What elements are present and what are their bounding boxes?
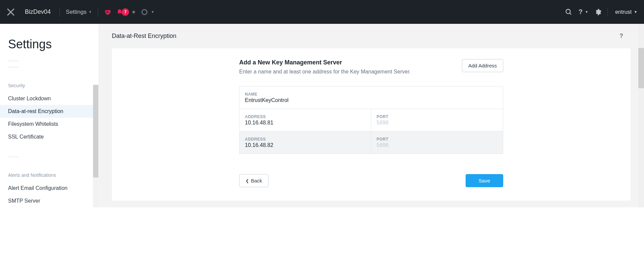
divider: [8, 67, 19, 67]
chevron-down-icon: ▼: [585, 10, 588, 14]
page-title: Data-at-Rest Encryption: [112, 33, 619, 40]
top-header: BizDev04 Settings ▼ 7 ▼ ?▼ entrust ▼: [0, 0, 644, 24]
divider: [607, 7, 608, 17]
add-address-button[interactable]: Add Address: [462, 59, 503, 72]
address-1-field[interactable]: [245, 120, 366, 126]
sidebar-title: Settings: [0, 37, 98, 59]
sidebar-item-smtp-server[interactable]: SMTP Server: [0, 195, 98, 207]
kms-card: Add a New Key Management Server Enter a …: [112, 48, 631, 201]
kms-form: NAME ADDRESS PORT: [239, 86, 503, 154]
section-dropdown-label: Settings: [66, 9, 86, 15]
divider: [8, 61, 19, 61]
main-scrollbar-track[interactable]: [638, 24, 644, 207]
activity-ring-icon[interactable]: ▼: [140, 9, 154, 15]
notif-badge: 7: [122, 8, 129, 16]
svg-point-0: [566, 9, 570, 13]
port-1-field[interactable]: [377, 120, 498, 126]
address-label: ADDRESS: [245, 114, 366, 119]
main-content: Data-at-Rest Encryption ? Add a New Key …: [98, 24, 644, 207]
svg-line-1: [570, 13, 571, 14]
status-dot-icon: [132, 11, 135, 13]
search-icon[interactable]: [565, 8, 572, 16]
chevron-down-icon: ▼: [151, 10, 154, 14]
sidebar-item-ssl-certificate[interactable]: SSL Certificate: [0, 130, 98, 143]
save-button[interactable]: Save: [466, 174, 503, 187]
org-name[interactable]: BizDev04: [25, 8, 51, 15]
name-field[interactable]: [245, 97, 498, 103]
sidebar-item-alert-email-config[interactable]: Alert Email Configuration: [0, 182, 98, 195]
chevron-left-icon: ❮: [246, 178, 249, 183]
divider: [59, 7, 60, 17]
help-icon[interactable]: ?▼: [578, 8, 588, 16]
notifications-button[interactable]: 7: [116, 8, 135, 16]
user-menu[interactable]: entrust ▼: [615, 9, 637, 15]
user-name: entrust: [615, 9, 632, 15]
port-label: PORT: [377, 137, 498, 142]
divider: [98, 7, 98, 17]
back-label: Back: [251, 178, 262, 184]
chevron-down-icon: ▼: [634, 10, 637, 14]
sidebar-scrollbar-thumb[interactable]: [93, 85, 98, 177]
sidebar-group-alerts: Alerts and Notifications: [0, 172, 98, 182]
sidebar-item-cluster-lockdown[interactable]: Cluster Lockdown: [0, 92, 98, 105]
address-2-field[interactable]: [245, 142, 366, 148]
address-label: ADDRESS: [245, 137, 366, 142]
card-title: Add a New Key Management Server: [239, 59, 462, 66]
back-button[interactable]: ❮ Back: [239, 174, 268, 187]
sidebar-group-security: Security: [0, 83, 98, 92]
page-help-icon[interactable]: ?: [619, 33, 623, 40]
main-scrollbar-thumb[interactable]: [638, 48, 644, 88]
port-label: PORT: [377, 114, 498, 119]
port-2-field[interactable]: [377, 142, 498, 148]
heartbeat-icon[interactable]: [104, 8, 111, 16]
divider: [8, 157, 19, 157]
app-logo-icon[interactable]: [7, 8, 15, 16]
sidebar-item-filesystem-whitelists[interactable]: Filesystem Whitelists: [0, 118, 98, 130]
settings-sidebar: Settings Security Cluster Lockdown Data-…: [0, 24, 98, 207]
gear-icon[interactable]: [594, 8, 602, 16]
sidebar-item-data-at-rest[interactable]: Data-at-rest Encryption: [0, 105, 98, 118]
name-label: NAME: [245, 92, 498, 97]
section-dropdown[interactable]: Settings ▼: [66, 9, 92, 15]
chevron-down-icon: ▼: [88, 10, 92, 14]
card-subtitle: Enter a name and at least one address fo…: [239, 69, 462, 75]
